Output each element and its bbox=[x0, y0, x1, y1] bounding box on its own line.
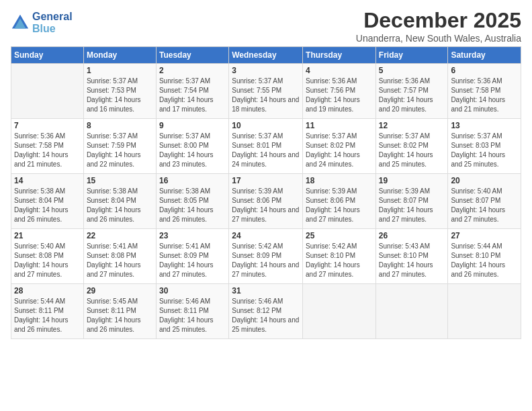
day-info: Sunrise: 5:38 AM Sunset: 8:04 PM Dayligh… bbox=[87, 187, 153, 224]
sunset-text: Sunset: 8:11 PM bbox=[159, 306, 226, 316]
sunset-text: Sunset: 7:59 PM bbox=[87, 141, 153, 150]
sunrise-text: Sunrise: 5:38 AM bbox=[87, 187, 153, 196]
calendar-cell: 24 Sunrise: 5:42 AM Sunset: 8:09 PM Dayl… bbox=[229, 229, 303, 284]
calendar-cell: 31 Sunrise: 5:46 AM Sunset: 8:12 PM Dayl… bbox=[229, 284, 303, 339]
sunset-text: Sunset: 8:05 PM bbox=[159, 196, 226, 205]
day-number: 14 bbox=[14, 176, 81, 185]
sunset-text: Sunset: 8:03 PM bbox=[451, 141, 518, 150]
day-info: Sunrise: 5:39 AM Sunset: 8:06 PM Dayligh… bbox=[232, 187, 300, 224]
day-info: Sunrise: 5:40 AM Sunset: 8:07 PM Dayligh… bbox=[451, 187, 518, 224]
day-number: 27 bbox=[451, 231, 518, 240]
calendar-cell: 29 Sunrise: 5:45 AM Sunset: 8:11 PM Dayl… bbox=[83, 284, 156, 339]
daylight-text: Daylight: 14 hours and 27 minutes. bbox=[232, 261, 300, 279]
day-number: 28 bbox=[14, 286, 81, 295]
sunset-text: Sunset: 8:08 PM bbox=[14, 251, 81, 261]
calendar-cell bbox=[11, 64, 84, 119]
daylight-text: Daylight: 14 hours and 27 minutes. bbox=[379, 261, 445, 279]
header-saturday: Saturday bbox=[448, 47, 521, 64]
sunrise-text: Sunrise: 5:44 AM bbox=[14, 297, 81, 306]
calendar-cell: 27 Sunrise: 5:44 AM Sunset: 8:10 PM Dayl… bbox=[448, 229, 521, 284]
daylight-text: Daylight: 14 hours and 27 minutes. bbox=[232, 205, 300, 224]
logo-text: General Blue bbox=[32, 11, 73, 34]
calendar-cell: 23 Sunrise: 5:41 AM Sunset: 8:09 PM Dayl… bbox=[156, 229, 228, 284]
calendar-cell: 28 Sunrise: 5:44 AM Sunset: 8:11 PM Dayl… bbox=[11, 284, 84, 339]
day-number: 12 bbox=[379, 121, 445, 130]
sunrise-text: Sunrise: 5:38 AM bbox=[14, 187, 81, 196]
daylight-text: Daylight: 14 hours and 19 minutes. bbox=[306, 95, 373, 114]
sunrise-text: Sunrise: 5:36 AM bbox=[451, 77, 518, 86]
logo: General Blue bbox=[11, 11, 73, 34]
sunset-text: Sunset: 8:04 PM bbox=[87, 196, 153, 205]
calendar-week-row: 7 Sunrise: 5:36 AM Sunset: 7:58 PM Dayli… bbox=[11, 119, 521, 174]
daylight-text: Daylight: 14 hours and 27 minutes. bbox=[87, 261, 153, 279]
daylight-text: Daylight: 14 hours and 27 minutes. bbox=[14, 261, 81, 279]
calendar-cell: 6 Sunrise: 5:36 AM Sunset: 7:58 PM Dayli… bbox=[448, 64, 521, 119]
daylight-text: Daylight: 14 hours and 21 minutes. bbox=[451, 95, 518, 114]
daylight-text: Daylight: 14 hours and 27 minutes. bbox=[159, 261, 226, 279]
sunset-text: Sunset: 8:09 PM bbox=[232, 251, 300, 261]
sunset-text: Sunset: 7:58 PM bbox=[451, 86, 518, 95]
calendar-cell: 10 Sunrise: 5:37 AM Sunset: 8:01 PM Dayl… bbox=[229, 119, 303, 174]
sunrise-text: Sunrise: 5:39 AM bbox=[379, 187, 445, 196]
calendar-cell: 18 Sunrise: 5:39 AM Sunset: 8:06 PM Dayl… bbox=[303, 174, 376, 229]
day-number: 20 bbox=[451, 176, 518, 185]
calendar-cell: 11 Sunrise: 5:37 AM Sunset: 8:02 PM Dayl… bbox=[303, 119, 376, 174]
sunset-text: Sunset: 8:11 PM bbox=[14, 306, 81, 316]
calendar-cell: 22 Sunrise: 5:41 AM Sunset: 8:08 PM Dayl… bbox=[83, 229, 156, 284]
day-info: Sunrise: 5:46 AM Sunset: 8:12 PM Dayligh… bbox=[232, 297, 300, 334]
daylight-text: Daylight: 14 hours and 26 minutes. bbox=[87, 316, 153, 334]
day-number: 17 bbox=[232, 176, 300, 185]
sunrise-text: Sunrise: 5:44 AM bbox=[451, 242, 518, 251]
day-number: 2 bbox=[159, 66, 226, 75]
sunset-text: Sunset: 8:09 PM bbox=[159, 251, 226, 261]
sunrise-text: Sunrise: 5:37 AM bbox=[87, 132, 153, 141]
calendar-cell: 13 Sunrise: 5:37 AM Sunset: 8:03 PM Dayl… bbox=[448, 119, 521, 174]
day-number: 18 bbox=[306, 176, 373, 185]
day-number: 25 bbox=[306, 231, 373, 240]
sunset-text: Sunset: 7:56 PM bbox=[306, 86, 373, 95]
sunset-text: Sunset: 8:07 PM bbox=[451, 196, 518, 205]
calendar-week-row: 28 Sunrise: 5:44 AM Sunset: 8:11 PM Dayl… bbox=[11, 284, 521, 339]
header-sunday: Sunday bbox=[11, 47, 84, 64]
calendar-cell: 14 Sunrise: 5:38 AM Sunset: 8:04 PM Dayl… bbox=[11, 174, 84, 229]
sunrise-text: Sunrise: 5:40 AM bbox=[451, 187, 518, 196]
main-container: General Blue December 2025 Unanderra, Ne… bbox=[0, 0, 532, 345]
calendar-cell: 5 Sunrise: 5:36 AM Sunset: 7:57 PM Dayli… bbox=[375, 64, 448, 119]
calendar-cell: 30 Sunrise: 5:46 AM Sunset: 8:11 PM Dayl… bbox=[156, 284, 228, 339]
day-number: 10 bbox=[232, 121, 300, 130]
sunset-text: Sunset: 7:54 PM bbox=[159, 86, 226, 95]
day-info: Sunrise: 5:37 AM Sunset: 8:02 PM Dayligh… bbox=[306, 132, 373, 169]
calendar-cell: 8 Sunrise: 5:37 AM Sunset: 7:59 PM Dayli… bbox=[83, 119, 156, 174]
sunset-text: Sunset: 8:07 PM bbox=[379, 196, 445, 205]
sunset-text: Sunset: 8:04 PM bbox=[14, 196, 81, 205]
location: Unanderra, New South Wales, Australia bbox=[356, 33, 521, 44]
sunrise-text: Sunrise: 5:37 AM bbox=[379, 132, 445, 141]
sunrise-text: Sunrise: 5:46 AM bbox=[232, 297, 300, 306]
daylight-text: Daylight: 14 hours and 26 minutes. bbox=[451, 261, 518, 279]
sunrise-text: Sunrise: 5:36 AM bbox=[306, 77, 373, 86]
sunrise-text: Sunrise: 5:37 AM bbox=[451, 132, 518, 141]
day-info: Sunrise: 5:36 AM Sunset: 7:56 PM Dayligh… bbox=[306, 77, 373, 114]
day-number: 19 bbox=[379, 176, 445, 185]
day-info: Sunrise: 5:36 AM Sunset: 7:57 PM Dayligh… bbox=[379, 77, 445, 114]
day-info: Sunrise: 5:37 AM Sunset: 8:03 PM Dayligh… bbox=[451, 132, 518, 169]
day-info: Sunrise: 5:37 AM Sunset: 8:02 PM Dayligh… bbox=[379, 132, 445, 169]
day-number: 11 bbox=[306, 121, 373, 130]
daylight-text: Daylight: 14 hours and 25 minutes. bbox=[379, 150, 445, 169]
day-number: 1 bbox=[87, 66, 153, 75]
day-info: Sunrise: 5:36 AM Sunset: 7:58 PM Dayligh… bbox=[14, 132, 81, 169]
calendar-cell: 1 Sunrise: 5:37 AM Sunset: 7:53 PM Dayli… bbox=[83, 64, 156, 119]
sunset-text: Sunset: 8:08 PM bbox=[87, 251, 153, 261]
sunrise-text: Sunrise: 5:40 AM bbox=[14, 242, 81, 251]
sunset-text: Sunset: 8:06 PM bbox=[306, 196, 373, 205]
sunset-text: Sunset: 8:01 PM bbox=[232, 141, 300, 150]
header-thursday: Thursday bbox=[303, 47, 376, 64]
day-number: 7 bbox=[14, 121, 81, 130]
calendar-body: 1 Sunrise: 5:37 AM Sunset: 7:53 PM Dayli… bbox=[11, 64, 521, 339]
calendar-table: Sunday Monday Tuesday Wednesday Thursday… bbox=[11, 46, 521, 339]
sunset-text: Sunset: 7:57 PM bbox=[379, 86, 445, 95]
calendar-cell: 7 Sunrise: 5:36 AM Sunset: 7:58 PM Dayli… bbox=[11, 119, 84, 174]
day-info: Sunrise: 5:37 AM Sunset: 7:53 PM Dayligh… bbox=[87, 77, 153, 114]
day-info: Sunrise: 5:42 AM Sunset: 8:09 PM Dayligh… bbox=[232, 242, 300, 279]
header-wednesday: Wednesday bbox=[229, 47, 303, 64]
